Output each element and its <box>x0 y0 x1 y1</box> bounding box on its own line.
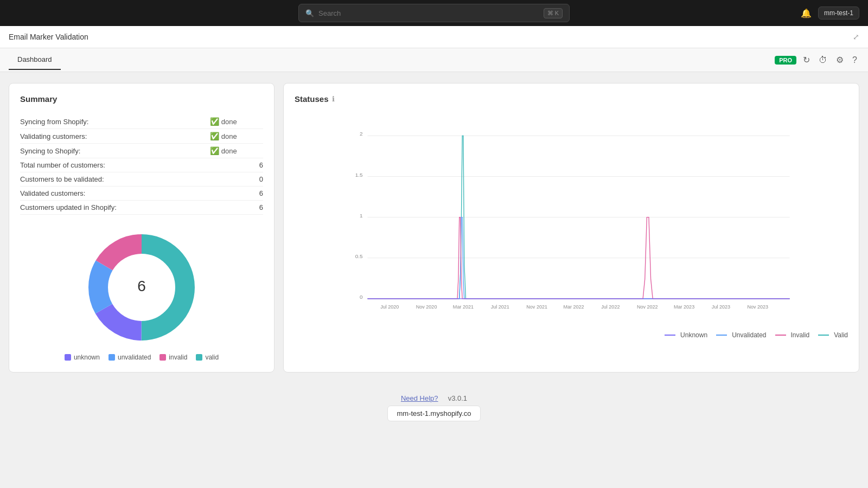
info-icon[interactable]: ℹ <box>332 95 335 103</box>
row-label: Syncing from Shopify: <box>20 114 210 129</box>
search-input[interactable] <box>318 9 539 17</box>
table-row: Total number of customers: 6 <box>20 158 263 172</box>
row-value: 0 <box>210 172 263 187</box>
legend-dot-unvalidated <box>108 354 115 361</box>
x-label: Nov 2021 <box>526 304 547 310</box>
table-row: Customers updated in Shopify: 6 <box>20 201 263 215</box>
legend-label: Unknown <box>680 331 707 339</box>
x-label: Jul 2020 <box>380 304 399 310</box>
legend-label-invalid: invalid <box>169 354 187 361</box>
legend-label: Valid <box>834 331 848 339</box>
table-row: Validating customers: ✅ done <box>20 129 263 144</box>
summary-title: Summary <box>20 94 263 104</box>
store-label: mm-test-1.myshopify.co <box>387 406 480 421</box>
legend-label-unknown: unknown <box>74 354 100 361</box>
legend-dot-unknown <box>65 354 71 361</box>
row-value: ✅ done <box>210 129 263 144</box>
donut-container: 6 unknown unvalidated invalid valid <box>20 228 263 361</box>
legend-item-valid: valid <box>196 354 219 361</box>
legend-line-invalid <box>775 335 786 336</box>
y-label-05: 0.5 <box>355 253 363 259</box>
summary-table: Syncing from Shopify: ✅ done Validating … <box>20 114 263 215</box>
main-content: Summary Syncing from Shopify: ✅ done Val… <box>0 72 868 383</box>
legend-label-valid: valid <box>205 354 219 361</box>
legend-item-invalid: invalid <box>159 354 187 361</box>
statuses-card: Statuses ℹ 0 0.5 1 1.5 2 Jul 2020 Nov 20… <box>283 83 859 373</box>
chart-legend: unknown unvalidated invalid valid <box>65 354 219 361</box>
topbar-right: 🔔 mm-test-1 <box>647 7 859 20</box>
legend-label: Unvalidated <box>732 331 766 339</box>
checkmark-icon: ✅ <box>210 146 219 155</box>
footer-links: Need Help? v3.0.1 <box>11 394 857 402</box>
x-label: Jul 2022 <box>601 304 620 310</box>
table-row: Validated customers: 6 <box>20 187 263 201</box>
refresh-icon[interactable]: ↻ <box>801 53 812 67</box>
y-label-0: 0 <box>360 294 363 300</box>
pro-badge: PRO <box>775 56 796 65</box>
row-label: Customers to be validated: <box>20 172 210 187</box>
search-icon: 🔍 <box>305 9 314 17</box>
statuses-header: Statuses ℹ <box>295 94 848 104</box>
version-label: v3.0.1 <box>448 394 467 402</box>
legend-item-unvalidated-chart: Unvalidated <box>716 331 766 339</box>
legend-label: Invalid <box>791 331 810 339</box>
x-label: Jul 2023 <box>712 304 730 310</box>
table-row: Syncing to Shopify: ✅ done <box>20 144 263 158</box>
row-value: ✅ done <box>210 144 263 158</box>
x-label: Nov 2022 <box>637 304 658 310</box>
expand-icon[interactable]: ⤢ <box>853 33 859 41</box>
table-row: Customers to be validated: 0 <box>20 172 263 187</box>
search-bar[interactable]: 🔍 ⌘ K <box>298 4 570 22</box>
topbar: 🔍 ⌘ K 🔔 mm-test-1 <box>0 0 868 26</box>
subnav: Dashboard PRO ↻ ⏱ ⚙ ? <box>0 48 868 72</box>
row-label: Syncing to Shopify: <box>20 144 210 158</box>
legend-dot-valid <box>196 354 202 361</box>
donut-center-value: 6 <box>137 278 146 294</box>
row-label: Validated customers: <box>20 187 210 201</box>
legend-item-unknown: unknown <box>65 354 100 361</box>
row-value: ✅ done <box>210 114 263 129</box>
row-value: 6 <box>210 187 263 201</box>
tab-dashboard[interactable]: Dashboard <box>9 50 61 70</box>
statuses-title: Statuses <box>295 94 329 104</box>
checkmark-icon: ✅ <box>210 132 219 140</box>
app-title: Email Marker Validation <box>9 33 88 41</box>
row-label: Customers updated in Shopify: <box>20 201 210 215</box>
x-label: Jul 2021 <box>491 304 509 310</box>
x-label: Nov 2023 <box>747 304 768 310</box>
legend-line-valid <box>818 335 829 336</box>
topbar-center: 🔍 ⌘ K <box>221 4 647 22</box>
chart-legend-bottom: Unknown Unvalidated Invalid Valid <box>295 331 848 339</box>
app-titlebar: Email Marker Validation ⤢ <box>0 26 868 48</box>
legend-item-invalid-chart: Invalid <box>775 331 810 339</box>
legend-line-unknown <box>665 335 675 336</box>
x-label: Mar 2021 <box>453 304 474 310</box>
y-label-2: 2 <box>360 131 363 137</box>
legend-dot-invalid <box>159 354 166 361</box>
statuses-chart: 0 0.5 1 1.5 2 Jul 2020 Nov 2020 Mar 2021… <box>295 112 848 329</box>
search-kbd: ⌘ K <box>544 8 563 18</box>
clock-icon[interactable]: ⏱ <box>816 53 829 67</box>
legend-item-unvalidated: unvalidated <box>108 354 151 361</box>
footer: Need Help? v3.0.1 mm-test-1.myshopify.co <box>0 383 868 432</box>
subnav-tabs: Dashboard <box>9 50 61 70</box>
row-label: Total number of customers: <box>20 158 210 172</box>
x-label: Nov 2020 <box>416 304 437 310</box>
y-label-15: 1.5 <box>355 172 363 178</box>
bell-icon[interactable]: 🔔 <box>801 8 812 18</box>
help-icon[interactable]: ? <box>850 53 859 67</box>
user-badge[interactable]: mm-test-1 <box>818 7 859 20</box>
summary-card: Summary Syncing from Shopify: ✅ done Val… <box>9 83 275 373</box>
legend-line-unvalidated <box>716 335 727 336</box>
help-link[interactable]: Need Help? <box>401 394 438 402</box>
x-label: Mar 2023 <box>674 304 694 310</box>
donut-chart: 6 <box>82 228 201 347</box>
settings-icon[interactable]: ⚙ <box>834 53 846 67</box>
checkmark-icon: ✅ <box>210 117 219 126</box>
legend-label-unvalidated: unvalidated <box>118 354 151 361</box>
y-label-1: 1 <box>360 213 363 219</box>
line-chart-svg: 0 0.5 1 1.5 2 Jul 2020 Nov 2020 Mar 2021… <box>295 112 848 318</box>
table-row: Syncing from Shopify: ✅ done <box>20 114 263 129</box>
row-value: 6 <box>210 158 263 172</box>
row-value: 6 <box>210 201 263 215</box>
